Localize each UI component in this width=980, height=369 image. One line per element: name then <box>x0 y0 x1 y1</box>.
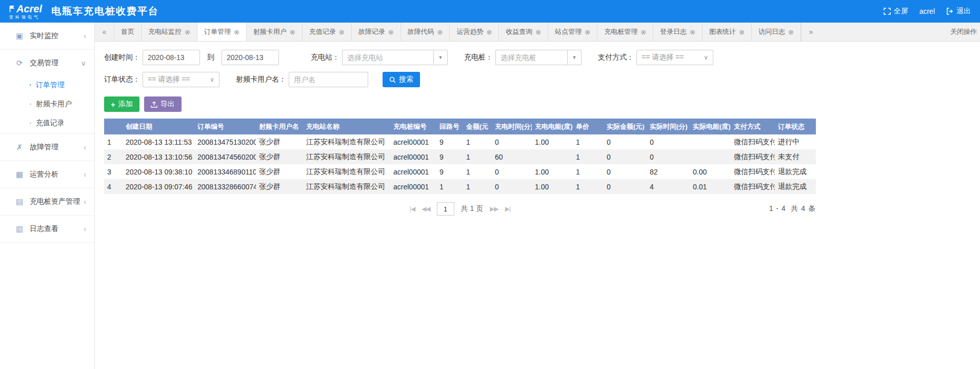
tabs-scroll-left-icon[interactable]: « <box>95 23 114 41</box>
main-area: « 首页充电站监控⊗订单管理⊗射频卡用户⊗充值记录⊗故障记录⊗故障代码⊗运营趋势… <box>95 23 980 369</box>
table-row[interactable]: 12020-08-13 13:11:532008134751302008张少群江… <box>104 134 816 149</box>
cell: 2008134751302008 <box>194 134 256 149</box>
cell: 微信扫码支付 <box>731 134 775 149</box>
tabs-scroll-right-icon[interactable]: » <box>801 23 821 41</box>
tab-label: 充电桩管理 <box>604 27 637 36</box>
cell: 2020-08-13 13:11:53 <box>123 134 194 149</box>
cell: acrel00001 <box>390 134 436 149</box>
cell: 张少群 <box>256 179 303 194</box>
tab-close-icon[interactable]: ⊗ <box>739 28 745 36</box>
sidebar-item-1[interactable]: ⟳交易管理∨ <box>0 51 94 75</box>
add-button[interactable]: + 添加 <box>104 96 139 112</box>
tab-1[interactable]: 充电站监控⊗ <box>142 23 197 41</box>
tab-11[interactable]: 登录日志⊗ <box>653 23 703 41</box>
first-page-icon[interactable]: |◀ <box>410 205 415 212</box>
tab-close-icon[interactable]: ⊗ <box>535 28 541 36</box>
station-input[interactable] <box>342 50 433 65</box>
current-page[interactable]: 1 <box>437 202 454 216</box>
tab-close-icon[interactable]: ⊗ <box>339 28 345 36</box>
tab-10[interactable]: 充电桩管理⊗ <box>597 23 653 41</box>
logout-button[interactable]: 退出 <box>946 7 971 16</box>
cell: 0 <box>492 164 532 179</box>
tab-5[interactable]: 故障记录⊗ <box>352 23 401 41</box>
table-row[interactable]: 22020-08-13 13:10:562008134745602002张少群江… <box>104 149 816 164</box>
close-operations-button[interactable]: 关闭操作 <box>947 23 980 41</box>
cell: 1.00 <box>532 134 573 149</box>
tab-7[interactable]: 运营趋势⊗ <box>450 23 499 41</box>
sidebar-item-5[interactable]: ▥日志查看‹ <box>0 217 94 241</box>
tab-close-icon[interactable]: ⊗ <box>486 28 492 36</box>
tab-4[interactable]: 充值记录⊗ <box>303 23 352 41</box>
sidebar-item-0[interactable]: ▣实时监控‹ <box>0 24 94 48</box>
chevron-left-icon: ‹ <box>84 32 86 40</box>
sidebar-item-3[interactable]: ▦运营分析‹ <box>0 162 94 187</box>
sidebar-subitem-1-1[interactable]: ▪射频卡用户 <box>0 94 94 113</box>
station-dropdown-button[interactable]: ▼ <box>433 50 448 65</box>
cell: 1 <box>463 179 492 194</box>
tab-2[interactable]: 订单管理⊗ <box>197 23 247 41</box>
tab-8[interactable]: 收益查询⊗ <box>499 23 548 41</box>
table-row[interactable]: 32020-08-13 09:38:102008133468901101张少群江… <box>104 164 816 179</box>
cell: 1 <box>573 164 604 179</box>
tab-12[interactable]: 图表统计⊗ <box>703 23 752 41</box>
cell: 张少群 <box>256 149 303 164</box>
create-time-label: 创建时间： <box>104 53 140 62</box>
table-row[interactable]: 42020-08-13 09:07:462008133286600746张少群江… <box>104 179 816 194</box>
sidebar-item-label: 日志查看 <box>30 224 84 234</box>
sidebar-item-label: 实时监控 <box>30 31 84 41</box>
tab-close-icon[interactable]: ⊗ <box>690 28 695 36</box>
export-button[interactable]: 导出 <box>144 96 182 112</box>
sidebar-item-4[interactable]: ▤充电桩资产管理‹ <box>0 189 94 214</box>
sidebar-group: ✗故障管理‹ <box>0 134 94 161</box>
fullscreen-button[interactable]: 全屏 <box>884 7 908 16</box>
logout-icon <box>946 8 953 15</box>
tab-label: 充电站监控 <box>148 27 182 36</box>
cell: 1 <box>573 134 604 149</box>
sidebar-subitem-label: 充值记录 <box>36 119 65 128</box>
tab-13[interactable]: 访问日志⊗ <box>752 23 801 41</box>
bullet-icon: ▪ <box>30 102 31 106</box>
next-page-icon[interactable]: ▶▶ <box>490 205 498 212</box>
order-status-select[interactable]: == 请选择 == ∨ <box>143 72 219 87</box>
col-header-13: 支付方式 <box>731 119 775 134</box>
cell: 4 <box>647 179 690 194</box>
cell <box>690 134 731 149</box>
cell: 微信扫码支付 <box>731 149 775 164</box>
cell: 1 <box>463 134 492 149</box>
sidebar-item-2[interactable]: ✗故障管理‹ <box>0 135 94 160</box>
date-to-input[interactable] <box>222 50 279 65</box>
sidebar-subitem-1-2[interactable]: ▪充值记录 <box>0 113 94 132</box>
tab-3[interactable]: 射频卡用户⊗ <box>247 23 303 41</box>
cell: 1 <box>436 179 463 194</box>
sidebar-subitem-1-0[interactable]: ▪订单管理 <box>0 75 94 94</box>
cell <box>532 149 573 164</box>
username[interactable]: acrel <box>919 7 935 15</box>
cell: 未支付 <box>775 149 816 164</box>
tab-0[interactable]: 首页 <box>114 23 142 41</box>
col-header-1: 订单编号 <box>194 119 256 134</box>
tab-9[interactable]: 站点管理⊗ <box>548 23 597 41</box>
tab-close-icon[interactable]: ⊗ <box>437 28 443 36</box>
tab-label: 故障代码 <box>408 27 434 36</box>
prev-page-icon[interactable]: ◀◀ <box>422 205 430 212</box>
pile-dropdown-button[interactable]: ▼ <box>567 50 582 65</box>
date-from-input[interactable] <box>143 50 200 65</box>
tab-6[interactable]: 故障代码⊗ <box>401 23 450 41</box>
tab-close-icon[interactable]: ⊗ <box>388 28 394 36</box>
col-header-8: 充电电能(度) <box>532 119 573 134</box>
cell: 退款完成 <box>775 179 816 194</box>
rfid-user-input[interactable] <box>289 72 368 87</box>
last-page-icon[interactable]: ▶| <box>505 205 510 212</box>
transaction-icon: ⟳ <box>14 59 25 68</box>
filter-row-1: 创建时间： 到 充电站： ▼ 充电桩： ▼ 支付方式： == 请选择 == ∨ <box>104 50 971 65</box>
tab-close-icon[interactable]: ⊗ <box>234 28 239 36</box>
search-button[interactable]: 搜索 <box>383 72 420 87</box>
pile-input[interactable] <box>495 50 567 65</box>
tab-close-icon[interactable]: ⊗ <box>585 28 590 36</box>
pay-method-select[interactable]: == 请选择 == ∨ <box>636 50 713 65</box>
tab-close-icon[interactable]: ⊗ <box>788 28 794 36</box>
logout-label: 退出 <box>956 7 971 16</box>
tab-close-icon[interactable]: ⊗ <box>185 28 190 36</box>
tab-close-icon[interactable]: ⊗ <box>641 28 646 36</box>
tab-close-icon[interactable]: ⊗ <box>290 28 295 36</box>
